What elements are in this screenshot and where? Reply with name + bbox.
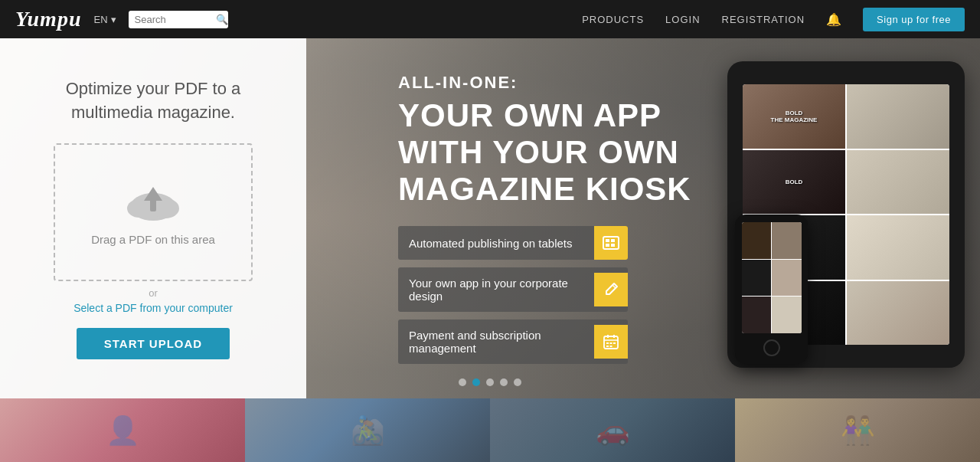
tablet-cell-0: BOLDTHE MAGAZINE [743, 84, 845, 149]
feature-item-0: Automated publishing on tablets [398, 226, 628, 260]
feature-item-2: Payment and subscription management [398, 319, 628, 364]
thumbnail-0[interactable]: 👤 [0, 398, 245, 462]
svg-rect-5 [603, 237, 619, 249]
hero-tagline-small: ALL-IN-ONE: [398, 73, 735, 93]
hero-section: Optimize your PDF to a multimedia magazi… [0, 38, 980, 398]
feature-text-1: Your own app in your corporate design [398, 267, 594, 312]
carousel-dot-2[interactable] [486, 378, 494, 386]
tablet-cell-label-2: BOLD [784, 177, 805, 187]
thumbnail-1[interactable]: 🚵 [245, 398, 490, 462]
search-input[interactable] [135, 14, 211, 25]
lang-label: EN [93, 14, 107, 25]
drag-text: Drag a PDF on this area [91, 233, 215, 246]
signup-button[interactable]: Sign up for free [863, 8, 965, 31]
svg-rect-19 [610, 346, 612, 347]
feature-list: Automated publishing on tablets Your own… [398, 226, 735, 364]
header: Yumpu EN ▾ 🔍 PRODUCTS LOGIN REGISTRATION… [0, 0, 980, 38]
phone-cell-2 [742, 260, 772, 297]
search-icon: 🔍 [216, 14, 228, 25]
nav-products[interactable]: PRODUCTS [582, 14, 644, 25]
svg-rect-17 [613, 342, 616, 344]
language-selector[interactable]: EN ▾ [93, 14, 116, 25]
feature-item-1: Your own app in your corporate design [398, 267, 628, 312]
svg-rect-18 [606, 346, 609, 347]
svg-rect-7 [611, 239, 615, 242]
tablet-cell-2: BOLD [743, 150, 845, 215]
thumbnail-3[interactable]: 👫 [735, 398, 980, 462]
feature-icon-calendar [594, 325, 628, 359]
notifications-icon[interactable]: 🔔 [826, 12, 841, 27]
phone-cell-1 [772, 222, 802, 259]
carousel-dots [459, 378, 521, 386]
phone-cell-5 [772, 297, 802, 333]
feature-text-2: Payment and subscription management [398, 319, 594, 364]
main-nav: PRODUCTS LOGIN REGISTRATION 🔔 Sign up fo… [582, 8, 965, 31]
svg-rect-6 [606, 239, 609, 242]
tablet-mockup: BOLDTHE MAGAZINE BOLD BOLD BOLD [704, 54, 965, 383]
feature-icon-pen [594, 273, 628, 306]
start-upload-button[interactable]: START UPLOAD [77, 328, 230, 359]
carousel-dot-1[interactable] [472, 378, 480, 386]
svg-rect-15 [606, 342, 609, 344]
phone-cell-4 [742, 297, 772, 333]
thumb-icon-3: 👫 [841, 414, 875, 447]
upload-dropzone[interactable]: Drag a PDF on this area [54, 143, 253, 281]
phone-cell-3 [772, 260, 802, 297]
thumb-icon-2: 🚗 [596, 414, 630, 447]
lang-chevron-icon: ▾ [111, 14, 116, 25]
search-box: 🔍 [129, 11, 228, 28]
thumb-icon-0: 👤 [106, 414, 140, 447]
cloud-upload-icon [122, 178, 184, 224]
svg-rect-9 [611, 244, 615, 247]
feature-icon-tablet [594, 226, 628, 260]
svg-rect-16 [610, 342, 612, 344]
thumbnail-2[interactable]: 🚗 [490, 398, 735, 462]
carousel-dot-0[interactable] [459, 378, 466, 386]
svg-point-1 [127, 199, 152, 218]
carousel-dot-4[interactable] [514, 378, 521, 386]
phone-screen [742, 222, 802, 333]
phone-cell-0 [742, 222, 772, 259]
carousel-dot-3[interactable] [500, 378, 508, 386]
tablet-cell-label-0: BOLDTHE MAGAZINE [769, 108, 819, 125]
nav-registration[interactable]: REGISTRATION [722, 14, 805, 25]
svg-rect-8 [606, 244, 609, 247]
tablet-cell-5 [847, 215, 949, 280]
phone-outer [735, 215, 808, 364]
select-pdf-link[interactable]: Select a PDF from your computer [74, 302, 233, 314]
upload-title: Optimize your PDF to a multimedia magazi… [23, 77, 283, 125]
tablet-cell-7 [847, 281, 949, 346]
hero-tagline-large: YOUR OWN APP WITH YOUR OWN MAGAZINE KIOS… [398, 97, 735, 208]
phone-home-button [763, 339, 780, 356]
phone-mockup [735, 215, 812, 368]
upload-panel: Optimize your PDF to a multimedia magazi… [0, 38, 306, 398]
tablet-cell-1 [847, 84, 949, 149]
logo: Yumpu [15, 7, 81, 31]
thumbnail-strip: 👤 🚵 🚗 👫 [0, 398, 980, 462]
nav-login[interactable]: LOGIN [665, 14, 700, 25]
or-divider: or [149, 287, 158, 299]
feature-text-0: Automated publishing on tablets [398, 228, 594, 259]
tablet-cell-3 [847, 150, 949, 215]
thumb-icon-1: 🚵 [351, 414, 385, 447]
